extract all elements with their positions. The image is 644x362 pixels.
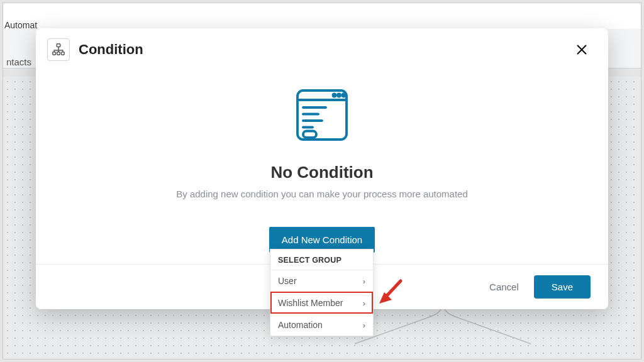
empty-state-heading: No Condition xyxy=(270,163,373,182)
dropdown-item-label: Automation xyxy=(278,320,323,330)
chevron-right-icon: › xyxy=(363,321,365,330)
dropdown-item-user[interactable]: User › xyxy=(270,270,373,292)
dropdown-item-automation[interactable]: Automation › xyxy=(270,314,373,336)
svg-point-6 xyxy=(338,94,340,97)
chevron-right-icon: › xyxy=(363,299,365,308)
chevron-right-icon: › xyxy=(363,277,365,286)
svg-point-5 xyxy=(333,94,336,97)
bg-side-label: ntacts xyxy=(6,57,31,67)
flowchart-icon xyxy=(47,38,70,61)
bg-top-label: Automat xyxy=(4,20,37,30)
dropdown-item-label: User xyxy=(278,276,297,286)
close-icon xyxy=(575,43,589,57)
close-button[interactable] xyxy=(570,38,593,61)
save-button[interactable]: Save xyxy=(534,275,591,299)
empty-illustration-icon xyxy=(292,85,352,148)
select-group-dropdown: SELECT GROUP User › Wishlist Member › Au… xyxy=(270,249,374,336)
empty-state-sub: By adding new condition you can make you… xyxy=(176,189,468,199)
svg-rect-3 xyxy=(62,52,65,55)
dropdown-item-wishlist-member[interactable]: Wishlist Member › xyxy=(270,292,373,314)
modal-title: Condition xyxy=(79,41,143,58)
svg-rect-8 xyxy=(303,131,316,138)
annotation-arrow-icon xyxy=(378,278,403,309)
svg-rect-2 xyxy=(57,52,60,55)
cancel-button[interactable]: Cancel xyxy=(486,275,523,299)
svg-rect-0 xyxy=(57,44,60,47)
svg-point-7 xyxy=(343,94,345,97)
dropdown-item-label: Wishlist Member xyxy=(278,298,343,308)
dropdown-header: SELECT GROUP xyxy=(270,250,373,270)
svg-rect-1 xyxy=(53,52,56,55)
